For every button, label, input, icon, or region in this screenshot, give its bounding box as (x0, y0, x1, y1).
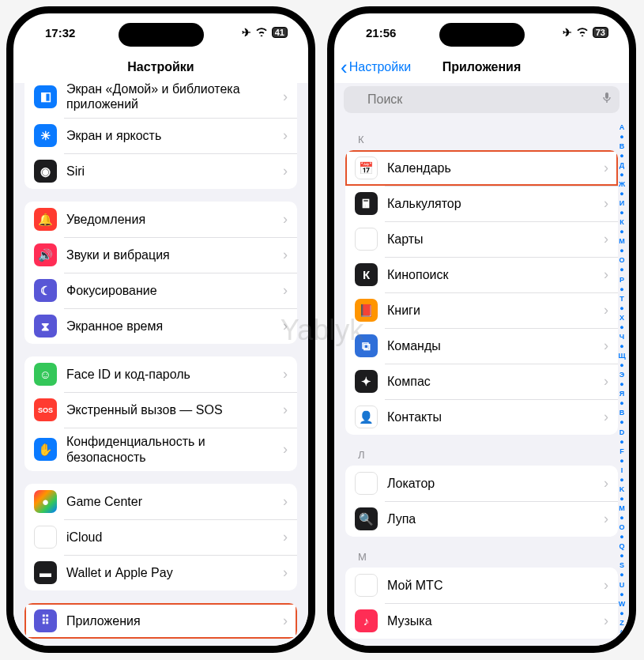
settings-row[interactable]: ☀Экран и яркость› (24, 118, 297, 153)
index-letter[interactable]: ● (620, 591, 623, 598)
index-letter[interactable]: # (620, 629, 623, 636)
mic-icon[interactable] (602, 92, 612, 107)
settings-row[interactable]: ☾Фокусирование› (24, 273, 297, 308)
search-input[interactable] (344, 86, 620, 113)
row-label: Звуки и вибрация (66, 247, 283, 262)
section-index[interactable]: А●В●Д●Ж●И●К●М●О●Р●Т●Х●Ч●Щ●Э●Я●B●D●F●I●K●… (616, 123, 627, 638)
index-letter[interactable]: Д (620, 162, 624, 169)
row-label: Фокусирование (66, 283, 283, 298)
index-letter[interactable]: Р (620, 277, 624, 284)
index-letter[interactable]: ● (620, 419, 623, 426)
settings-row[interactable]: ◎Локатор› (345, 466, 618, 501)
settings-row[interactable]: SOSЭкстренный вызов — SOS› (24, 392, 297, 428)
index-letter[interactable]: ● (620, 515, 623, 522)
index-letter[interactable]: O (619, 524, 624, 531)
index-letter[interactable]: И (620, 200, 624, 207)
index-letter[interactable]: ● (620, 477, 623, 484)
nav-bar: Настройки Приложения (334, 51, 629, 83)
row-label: Локатор (387, 476, 604, 491)
index-letter[interactable]: Я (620, 390, 624, 398)
back-button[interactable]: Настройки (341, 57, 411, 77)
index-letter[interactable]: ● (620, 190, 623, 198)
index-letter[interactable]: ● (620, 610, 623, 617)
settings-row[interactable]: ◯Мой МТС› (345, 568, 618, 603)
settings-row[interactable]: 📕Книги› (345, 292, 618, 328)
index-letter[interactable]: М (619, 238, 625, 245)
index-letter[interactable]: D (620, 429, 625, 436)
app-group: ◎Локатор›🔍Лупа› (345, 466, 618, 537)
chevron-right-icon: › (283, 493, 288, 510)
index-letter[interactable]: Э (620, 371, 624, 379)
settings-row[interactable]: ▬Wallet и Apple Pay› (24, 555, 297, 590)
index-letter[interactable]: K (620, 486, 625, 493)
settings-row[interactable]: ⠿Приложения› (24, 603, 297, 639)
index-letter[interactable]: О (619, 257, 624, 264)
focus-icon: ☾ (34, 279, 57, 302)
index-letter[interactable]: ● (620, 400, 623, 407)
index-letter[interactable]: В (620, 143, 625, 150)
index-letter[interactable]: Х (620, 315, 624, 322)
index-letter[interactable]: ● (620, 439, 623, 446)
index-letter[interactable]: ● (620, 266, 623, 273)
settings-row[interactable]: 🔔Уведомления› (24, 202, 297, 237)
content-right[interactable]: К📅Календарь›🖩Калькулятор›🗺Карты›ККинопои… (334, 83, 629, 646)
index-letter[interactable]: Ч (620, 334, 624, 341)
index-letter[interactable]: F (620, 448, 624, 455)
section-header: Л (358, 449, 618, 461)
index-letter[interactable]: ● (620, 172, 623, 179)
index-letter[interactable]: ● (620, 496, 623, 503)
index-letter[interactable]: ● (620, 381, 623, 388)
index-letter[interactable]: ● (620, 153, 623, 160)
app-group: 📅Календарь›🖩Калькулятор›🗺Карты›ККинопоис… (345, 150, 618, 435)
settings-row[interactable]: ✦Компас› (345, 364, 618, 399)
settings-row[interactable]: ☁iCloud› (24, 519, 297, 555)
content-left[interactable]: ◧Экран «Домой» и библиотека приложений›☀… (13, 83, 308, 646)
index-letter[interactable]: I (621, 467, 623, 474)
index-letter[interactable]: ● (620, 458, 623, 465)
index-letter[interactable]: B (620, 409, 625, 417)
settings-row[interactable]: 🖩Калькулятор› (345, 186, 618, 221)
index-letter[interactable]: U (620, 582, 625, 589)
settings-row[interactable]: 🗺Карты› (345, 221, 618, 257)
settings-row[interactable]: ⧉Команды› (345, 328, 618, 364)
index-letter[interactable]: ● (620, 286, 623, 293)
chevron-right-icon: › (604, 266, 608, 283)
settings-group: ⠿Приложения› (24, 603, 297, 639)
settings-row[interactable]: ♪Музыка› (345, 603, 618, 639)
index-letter[interactable]: ● (620, 534, 623, 541)
settings-row[interactable]: ККинопоиск› (345, 257, 618, 292)
index-letter[interactable]: Щ (618, 353, 625, 360)
index-letter[interactable]: ● (620, 247, 623, 255)
index-letter[interactable]: ● (620, 209, 623, 217)
index-letter[interactable]: Q (619, 543, 624, 550)
index-letter[interactable]: W (619, 601, 626, 608)
notch (439, 23, 525, 47)
index-letter[interactable]: К (620, 219, 624, 226)
settings-row[interactable]: ◉Siri› (24, 153, 297, 189)
settings-group: 🔔Уведомления›🔊Звуки и вибрация›☾Фокусиро… (24, 202, 297, 344)
settings-row[interactable]: 🔊Звуки и вибрация› (24, 237, 297, 273)
index-letter[interactable]: S (620, 562, 624, 569)
settings-row[interactable]: 📅Календарь› (345, 150, 618, 186)
settings-row[interactable]: ◧Экран «Домой» и библиотека приложений› (24, 83, 297, 118)
index-letter[interactable]: ● (620, 571, 623, 579)
index-letter[interactable]: ● (620, 362, 623, 369)
index-letter[interactable]: А (620, 124, 625, 131)
index-letter[interactable]: ● (620, 553, 623, 560)
index-letter[interactable]: ● (620, 305, 623, 312)
index-letter[interactable]: ● (620, 134, 623, 141)
settings-row[interactable]: ✋Конфиденциальность и безопасность› (24, 428, 297, 470)
row-label: Компас (387, 374, 604, 389)
settings-row[interactable]: 👤Контакты› (345, 399, 618, 435)
index-letter[interactable]: ● (620, 324, 623, 331)
index-letter[interactable]: Z (620, 620, 624, 627)
index-letter[interactable]: ● (620, 343, 623, 350)
settings-row[interactable]: ⧗Экранное время› (24, 308, 297, 344)
settings-row[interactable]: ●Game Center› (24, 484, 297, 519)
settings-row[interactable]: 🔍Лупа› (345, 501, 618, 537)
index-letter[interactable]: Т (620, 296, 624, 303)
index-letter[interactable]: ● (620, 228, 623, 236)
index-letter[interactable]: M (619, 505, 625, 512)
index-letter[interactable]: Ж (619, 181, 625, 188)
settings-row[interactable]: ☺Face ID и код-пароль› (24, 356, 297, 392)
